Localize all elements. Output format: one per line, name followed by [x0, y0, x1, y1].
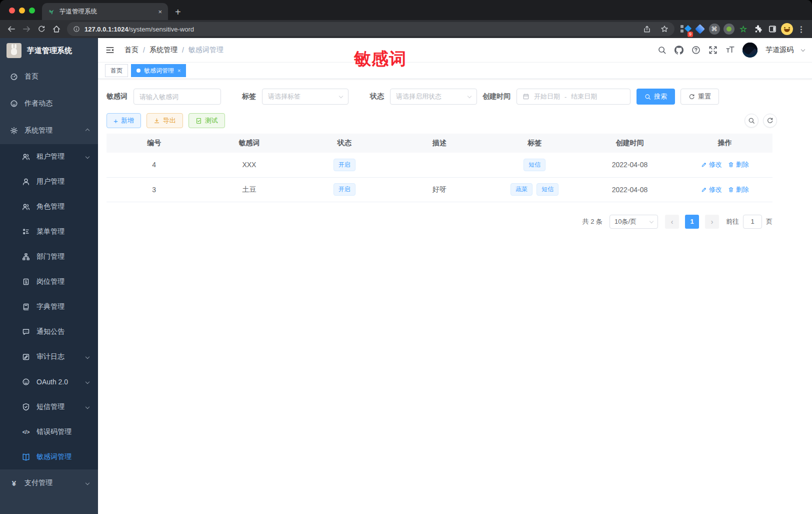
tag-chip: 蔬菜: [510, 183, 532, 196]
font-size-icon[interactable]: [726, 46, 734, 55]
cell-word: XXX: [202, 153, 296, 177]
pagination-total: 共 2 条: [582, 217, 602, 226]
sidebar-item-notice[interactable]: 通知公告: [0, 319, 98, 344]
tab-close-icon[interactable]: ×: [178, 68, 180, 74]
extension-recorder-icon[interactable]: [722, 23, 736, 36]
profile-avatar[interactable]: [780, 23, 794, 36]
breadcrumb-system[interactable]: 系统管理: [150, 46, 178, 55]
window-minimize-button[interactable]: [19, 8, 25, 14]
bookmark-star-icon[interactable]: [660, 25, 668, 33]
chevron-down-icon: [86, 155, 90, 159]
yen-icon: ¥: [10, 479, 18, 487]
sidebar-item-payment[interactable]: ¥支付管理: [0, 469, 98, 496]
new-tab-button[interactable]: +: [175, 7, 181, 17]
col-actions: 操作: [678, 134, 772, 153]
extension-command-icon[interactable]: ⌘: [708, 23, 721, 36]
sidebar-item-oauth[interactable]: OAuth 2.0: [0, 369, 98, 394]
page-content: 敏感词 标签 请选择标签 状态 请选择启用状态 创建时间 开始日期 - 结束日期: [98, 79, 812, 514]
page-tab-sensitive-word[interactable]: 敏感词管理 ×: [131, 64, 186, 77]
start-date-placeholder[interactable]: 开始日期: [534, 92, 560, 101]
chevron-down-icon: [468, 94, 472, 98]
add-button[interactable]: + 新增: [106, 113, 141, 128]
page-number-1[interactable]: 1: [685, 215, 699, 229]
sidebar-item-departments[interactable]: 部门管理: [0, 244, 98, 269]
home-button[interactable]: [49, 22, 64, 37]
user-avatar[interactable]: [742, 43, 758, 58]
code-icon: </>: [22, 429, 30, 435]
window-close-button[interactable]: [9, 8, 15, 14]
user-name[interactable]: 芋道源码: [766, 46, 794, 55]
extension-devtools-icon[interactable]: 9: [678, 23, 692, 36]
sidebar: 芋道管理系统 首页 作者动态 系统管理 租户管理 用户管理 角色管理 菜单管理: [0, 38, 98, 514]
help-icon[interactable]: [692, 46, 700, 55]
status-filter-select[interactable]: 请选择启用状态: [390, 89, 477, 105]
status-tag: 开启: [334, 183, 356, 196]
edit-link[interactable]: 修改: [701, 185, 722, 194]
sidebar-fold-icon[interactable]: [106, 46, 114, 55]
reset-button[interactable]: 重置: [680, 89, 719, 105]
table-header-row: 编号 敏感词 状态 描述 标签 创建时间 操作: [106, 134, 772, 153]
sidebar-item-positions[interactable]: 岗位管理: [0, 269, 98, 294]
fullscreen-icon[interactable]: [708, 46, 718, 55]
breadcrumb-home[interactable]: 首页: [124, 46, 138, 55]
search-button[interactable]: 搜索: [636, 89, 675, 105]
refresh-table-button[interactable]: [763, 114, 777, 128]
user-caret-icon[interactable]: [801, 47, 805, 51]
chevron-down-icon: [86, 405, 90, 409]
sidebar-item-error-code[interactable]: </>错误码管理: [0, 419, 98, 444]
word-filter-input[interactable]: [134, 89, 221, 105]
sidebar-item-menus[interactable]: 菜单管理: [0, 219, 98, 244]
goto-page-input[interactable]: [743, 215, 762, 229]
app-logo[interactable]: 芋道管理系统: [0, 38, 98, 63]
end-date-placeholder[interactable]: 结束日期: [571, 92, 597, 101]
search-icon: [748, 117, 755, 124]
browser-menu-icon[interactable]: ⋮: [794, 23, 808, 36]
url-host: 127.0.0.1:1024: [84, 26, 128, 33]
extension-star-icon[interactable]: ☆: [736, 23, 750, 36]
share-icon[interactable]: [643, 25, 651, 33]
reload-button[interactable]: [34, 22, 49, 37]
tag-chip: 短信: [536, 183, 558, 196]
sidebar-item-author-feed[interactable]: 作者动态: [0, 90, 98, 117]
toggle-search-button[interactable]: [744, 114, 758, 128]
github-icon[interactable]: [674, 46, 684, 55]
sidebar-item-sensitive-word[interactable]: 敏感词管理: [0, 444, 98, 469]
col-id: 编号: [106, 134, 202, 153]
sidebar-item-sms[interactable]: 短信管理: [0, 394, 98, 419]
sidebar-item-audit-log[interactable]: 审计日志: [0, 344, 98, 369]
gear-icon: [10, 127, 18, 135]
page-size-select[interactable]: 10条/页: [610, 215, 658, 229]
page-tab-home[interactable]: 首页: [105, 64, 128, 77]
date-range-picker[interactable]: 开始日期 - 结束日期: [516, 89, 630, 105]
test-button[interactable]: 测试: [188, 113, 225, 128]
forward-button[interactable]: [19, 22, 34, 37]
book-icon: [22, 303, 30, 311]
export-button[interactable]: 导出: [146, 113, 183, 128]
delete-link[interactable]: 删除: [728, 185, 749, 194]
extensions-puzzle-icon[interactable]: [751, 23, 764, 36]
sidebar-item-home[interactable]: 首页: [0, 63, 98, 90]
tag-filter-select[interactable]: 请选择标签: [262, 89, 348, 105]
table-row: 4 XXX 开启 短信 2022-04-08 修改 删除: [106, 153, 772, 177]
tab-close-icon[interactable]: ×: [158, 8, 162, 16]
sidebar-item-users[interactable]: 用户管理: [0, 169, 98, 194]
filter-form: 敏感词 标签 请选择标签 状态 请选择启用状态 创建时间 开始日期 - 结束日期: [106, 89, 804, 105]
sidebar-item-tenant[interactable]: 租户管理: [0, 144, 98, 169]
side-panel-icon[interactable]: [766, 23, 779, 36]
sidebar-item-roles[interactable]: 角色管理: [0, 194, 98, 219]
active-dot: [136, 69, 140, 73]
site-info-icon[interactable]: [73, 26, 80, 33]
doc-check-icon: [196, 118, 202, 124]
search-icon[interactable]: [658, 46, 666, 55]
browser-tab[interactable]: 芋道管理系统 ×: [42, 3, 168, 20]
window-zoom-button[interactable]: [29, 8, 35, 14]
sidebar-item-system[interactable]: 系统管理: [0, 117, 98, 144]
sidebar-item-dictionary[interactable]: 字典管理: [0, 294, 98, 319]
extension-gem-icon[interactable]: [693, 23, 706, 36]
prev-page-button[interactable]: ‹: [665, 215, 679, 229]
address-bar[interactable]: 127.0.0.1:1024/system/sensitive-word: [67, 22, 674, 36]
delete-link[interactable]: 删除: [728, 160, 749, 169]
next-page-button[interactable]: ›: [705, 215, 719, 229]
edit-link[interactable]: 修改: [701, 160, 722, 169]
back-button[interactable]: [4, 22, 19, 37]
